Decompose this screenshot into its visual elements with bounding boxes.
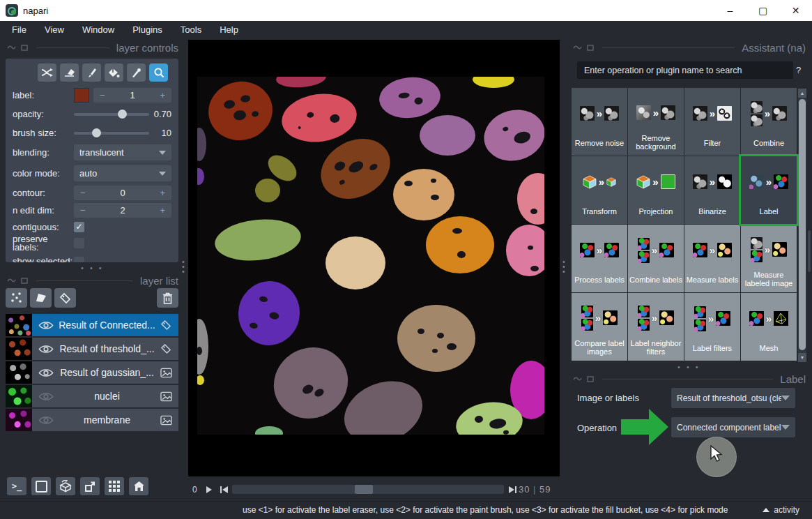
layer-row-result-of-gaussian-[interactable]: Result of gaussian_... — [6, 361, 178, 384]
operation-label-filters[interactable]: »Label filters — [684, 293, 740, 361]
menu-plugins[interactable]: Plugins — [123, 21, 171, 39]
new-shapes-layer-button[interactable] — [30, 288, 52, 308]
plus-icon[interactable]: + — [153, 205, 171, 216]
operation-remove-noise[interactable]: »Remove noise — [572, 88, 627, 156]
operation-filter[interactable]: »Filter — [684, 88, 740, 156]
delete-layer-button[interactable] — [157, 288, 178, 308]
menu-view[interactable]: View — [36, 21, 73, 39]
layer-visibility-toggle[interactable] — [38, 415, 54, 426]
color-mode-dropdown[interactable]: auto — [74, 165, 171, 181]
plus-icon[interactable]: + — [153, 188, 171, 198]
show-selected-checkbox[interactable] — [74, 257, 84, 263]
layer-visibility-toggle[interactable] — [38, 344, 54, 354]
eye-visible-icon[interactable] — [38, 368, 54, 378]
operation-transform[interactable]: »Transform — [572, 156, 627, 224]
layer-row-nuclei[interactable]: nuclei — [6, 385, 178, 407]
splitter-handle[interactable]: • • • — [181, 260, 185, 274]
activity-button[interactable]: activity — [763, 505, 799, 515]
menu-tools[interactable]: Tools — [171, 21, 210, 39]
dock-float-icon[interactable] — [586, 44, 595, 52]
operation-combine[interactable]: »Combine — [741, 88, 797, 156]
eye-hidden-icon[interactable] — [38, 391, 54, 402]
operations-scrollbar[interactable]: ▲ ▼ — [798, 89, 806, 362]
minus-icon[interactable]: − — [93, 90, 112, 100]
operation-mesh[interactable]: »Mesh — [741, 293, 797, 361]
transpose-dimensions-button[interactable] — [80, 477, 100, 495]
layer-bar[interactable]: Result of threshold_... — [32, 338, 178, 360]
paint-brush-button[interactable] — [82, 63, 101, 82]
n-edit-dim-spinbox[interactable]: − 2 + — [74, 203, 171, 218]
new-points-layer-button[interactable] — [6, 288, 27, 308]
frame-slider-handle[interactable] — [355, 485, 373, 494]
fill-bucket-button[interactable] — [105, 63, 123, 82]
contiguous-checkbox[interactable]: ✓ — [74, 222, 84, 232]
brush-size-slider[interactable] — [74, 126, 149, 140]
operation-combine-labels[interactable]: »Combine labels — [628, 225, 684, 292]
minimize-button[interactable]: – — [714, 0, 746, 21]
scrollbar-thumb[interactable] — [799, 99, 806, 350]
operation-process-labels[interactable]: »Process labels — [572, 225, 627, 292]
dock-float-icon[interactable] — [20, 277, 29, 285]
frame-slider[interactable] — [232, 485, 504, 494]
dock-float-icon[interactable] — [586, 375, 595, 383]
layer-row-result-of-threshold-[interactable]: Result of threshold_... — [6, 338, 178, 360]
menu-help[interactable]: Help — [210, 21, 247, 39]
layer-visibility-toggle[interactable] — [38, 391, 54, 402]
splitter-handle[interactable]: • • • — [562, 260, 566, 274]
help-button[interactable]: ? — [796, 65, 801, 75]
image-canvas[interactable] — [188, 40, 560, 476]
console-button[interactable]: >_ — [7, 477, 26, 495]
dock-float-icon[interactable] — [20, 44, 29, 52]
layer-visibility-toggle[interactable] — [38, 320, 54, 331]
minus-icon[interactable]: − — [74, 188, 92, 198]
new-labels-layer-button[interactable] — [54, 288, 76, 308]
splitter-handle[interactable]: • • • — [677, 363, 700, 371]
skip-to-end-button[interactable] — [507, 485, 518, 495]
eraser-button[interactable] — [60, 63, 79, 82]
layer-row-membrane[interactable]: membrane — [6, 409, 178, 431]
close-button[interactable]: ✕ — [779, 0, 812, 21]
dock-hide-icon[interactable] — [573, 375, 582, 383]
layer-bar[interactable]: Result of Connected... — [32, 314, 178, 336]
dock-hide-icon[interactable] — [7, 44, 16, 52]
minus-icon[interactable]: − — [74, 205, 92, 216]
eye-visible-icon[interactable] — [38, 320, 54, 331]
plus-icon[interactable]: + — [153, 90, 171, 100]
operation-measure-labels[interactable]: »Measure labels — [684, 225, 740, 292]
layer-bar[interactable]: nuclei — [32, 385, 178, 407]
label-color-swatch[interactable] — [74, 88, 89, 103]
scroll-down-button[interactable]: ▼ — [798, 353, 806, 362]
zoom-button[interactable] — [149, 63, 168, 82]
roll-dimensions-button[interactable] — [56, 477, 75, 495]
operation-measure-labeled-image[interactable]: »Measure labeled image — [741, 225, 797, 292]
image-or-labels-dropdown[interactable]: Result of threshold_otsu (clesp — [671, 388, 795, 408]
splitter-handle[interactable] — [808, 230, 811, 272]
operation-binarize[interactable]: »Binarize — [684, 156, 740, 224]
color-picker-button[interactable] — [127, 63, 146, 82]
operation-projection[interactable]: »Projection — [628, 156, 684, 224]
eye-hidden-icon[interactable] — [38, 415, 54, 426]
menu-file[interactable]: File — [3, 21, 36, 39]
blending-dropdown[interactable]: translucent — [74, 144, 171, 160]
opacity-slider[interactable] — [74, 107, 149, 121]
skip-to-start-button[interactable] — [218, 485, 229, 495]
preserve-labels-checkbox[interactable] — [74, 238, 84, 248]
play-button[interactable] — [204, 485, 215, 495]
splitter-handle[interactable]: • • • — [81, 264, 104, 272]
operation-dropdown[interactable]: Connected component labeling — [671, 417, 795, 437]
layer-bar[interactable]: Result of gaussian_... — [32, 361, 178, 384]
ndisplay-toggle-button[interactable] — [31, 477, 51, 495]
dock-hide-icon[interactable] — [7, 277, 16, 285]
shuffle-colors-button[interactable] — [38, 63, 56, 82]
scroll-up-button[interactable]: ▲ — [798, 89, 806, 98]
maximize-button[interactable]: ▢ — [746, 0, 779, 21]
eye-visible-icon[interactable] — [38, 344, 54, 354]
label-spinbox[interactable]: − 1 + — [93, 88, 171, 103]
operation-remove-background[interactable]: »Remove background — [628, 88, 684, 156]
dock-hide-icon[interactable] — [573, 44, 582, 52]
grid-view-button[interactable] — [105, 477, 124, 495]
layer-visibility-toggle[interactable] — [38, 368, 54, 378]
layer-row-result-of-connected-[interactable]: Result of Connected... — [6, 314, 178, 336]
menu-window[interactable]: Window — [73, 21, 123, 39]
operation-compare-label-images[interactable]: »Compare label images — [572, 293, 627, 361]
